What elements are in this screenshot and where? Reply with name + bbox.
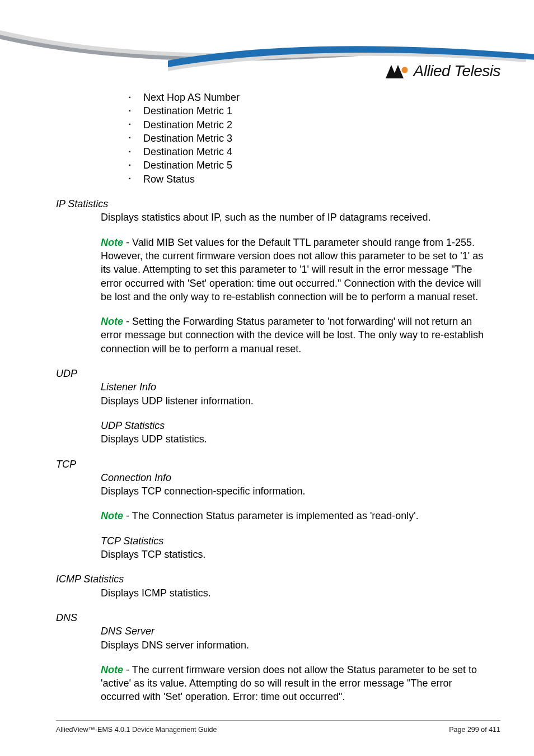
list-item: Destination Metric 5 bbox=[129, 158, 489, 172]
ip-statistics-desc: Displays statistics about IP, such as th… bbox=[101, 211, 489, 224]
ip-statistics-heading: IP Statistics bbox=[56, 197, 489, 211]
note-text: - Setting the Forwarding Status paramete… bbox=[101, 316, 484, 354]
footer-right: Page 299 of 411 bbox=[449, 725, 500, 735]
note-label: Note bbox=[101, 316, 123, 327]
tcp-conn-desc: Displays TCP connection-specific informa… bbox=[101, 484, 489, 498]
list-item: Destination Metric 1 bbox=[129, 104, 489, 118]
note-label: Note bbox=[101, 664, 123, 675]
note-label: Note bbox=[101, 510, 123, 521]
icmp-heading: ICMP Statistics bbox=[56, 572, 489, 586]
list-item: Destination Metric 4 bbox=[129, 145, 489, 158]
page-content: Next Hop AS Number Destination Metric 1 … bbox=[56, 91, 489, 704]
page-footer: AlliedView™-EMS 4.0.1 Device Management … bbox=[56, 720, 500, 735]
list-item: Next Hop AS Number bbox=[129, 91, 489, 104]
list-item: Row Status bbox=[129, 172, 489, 186]
tcp-note: Note - The Connection Status parameter i… bbox=[101, 509, 489, 522]
svg-point-2 bbox=[401, 67, 407, 73]
note-label: Note bbox=[101, 237, 123, 248]
brand-mark-icon bbox=[380, 63, 410, 80]
ip-statistics-note-2: Note - Setting the Forwarding Status par… bbox=[101, 315, 489, 356]
udp-stats-heading: UDP Statistics bbox=[101, 419, 489, 432]
brand-logo: Allied Telesis bbox=[380, 60, 500, 82]
list-item: Destination Metric 2 bbox=[129, 118, 489, 132]
bullet-list: Next Hop AS Number Destination Metric 1 … bbox=[129, 91, 489, 186]
ip-statistics-note-1: Note - Valid MIB Set values for the Defa… bbox=[101, 236, 489, 304]
tcp-stats-desc: Displays TCP statistics. bbox=[101, 548, 489, 561]
tcp-conn-heading: Connection Info bbox=[101, 471, 489, 484]
icmp-desc: Displays ICMP statistics. bbox=[101, 586, 489, 600]
udp-heading: UDP bbox=[56, 367, 489, 380]
udp-listener-desc: Displays UDP listener information. bbox=[101, 394, 489, 408]
footer-left: AlliedView™-EMS 4.0.1 Device Management … bbox=[56, 725, 217, 735]
note-text: - Valid MIB Set values for the Default T… bbox=[101, 237, 483, 302]
list-item: Destination Metric 3 bbox=[129, 132, 489, 145]
udp-listener-heading: Listener Info bbox=[101, 380, 489, 394]
dns-server-heading: DNS Server bbox=[101, 624, 489, 638]
dns-heading: DNS bbox=[56, 611, 489, 624]
tcp-stats-heading: TCP Statistics bbox=[101, 534, 489, 548]
dns-server-desc: Displays DNS server information. bbox=[101, 638, 489, 652]
tcp-heading: TCP bbox=[56, 458, 489, 471]
dns-note: Note - The current firmware version does… bbox=[101, 663, 489, 704]
brand-name: Allied Telesis bbox=[414, 60, 500, 82]
udp-stats-desc: Displays UDP statistics. bbox=[101, 432, 489, 446]
note-text: - The Connection Status parameter is imp… bbox=[123, 510, 419, 521]
note-text: - The current firmware version does not … bbox=[101, 664, 477, 703]
